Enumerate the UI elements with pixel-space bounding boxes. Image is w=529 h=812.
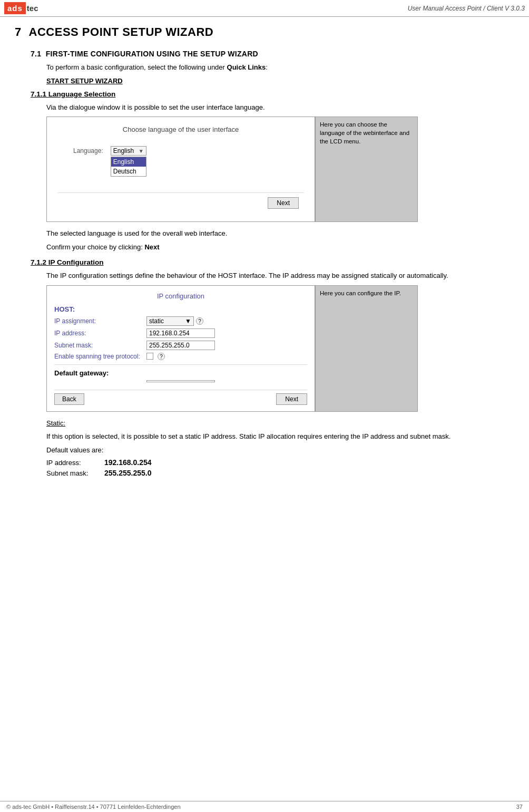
subnet-mask-data-row: Subnet mask: 255.255.255.0: [15, 469, 514, 477]
ip-assignment-label: IP assignment:: [54, 317, 146, 325]
ip-screenshot-area: IP configuration HOST: IP assignment: st…: [15, 285, 514, 412]
subnet-mask-label: Subnet mask:: [54, 342, 146, 349]
language-screenshot: Choose language of the user interface La…: [46, 117, 315, 222]
ip-assignment-row: IP assignment: static ▼ ?: [54, 316, 307, 326]
lang-screenshot-title: Choose language of the user interface: [57, 125, 304, 133]
logo-ads: ads: [4, 2, 26, 14]
manual-title: User Manual Access Point / Client V 3.0.…: [408, 5, 525, 12]
gateway-input-row: [54, 380, 307, 382]
intro-text: To perform a basic configuration, select…: [46, 63, 225, 71]
ip-address-row: IP address: 192.168.0.254: [54, 328, 307, 338]
static-description: If this option is selected, it is possib…: [15, 431, 514, 442]
footer-copyright: © ads-tec GmbH • Raiffeisenstr.14 • 7077…: [6, 804, 181, 810]
ip-divider: [54, 364, 307, 365]
ip-buttons-row: Back Next: [54, 390, 307, 405]
logo-tec: tec: [27, 4, 38, 13]
language-dropdown-area: English ▼ English Deutsch: [111, 146, 146, 177]
ip-screenshot: IP configuration HOST: IP assignment: st…: [46, 285, 315, 412]
gateway-input[interactable]: [146, 380, 215, 382]
subnet-mask-input[interactable]: 255.255.255.0: [146, 341, 215, 350]
ip-back-button[interactable]: Back: [54, 393, 84, 405]
lang-tooltip: Here you can choose the language of the …: [315, 117, 418, 222]
lang-selected-value: English: [113, 147, 134, 154]
ip-address-input[interactable]: 192.168.0.254: [146, 328, 215, 338]
next-bold: Next: [144, 243, 159, 251]
ip-next-button[interactable]: Next: [276, 393, 307, 405]
subnet-mask-row: Subnet mask: 255.255.255.0: [54, 341, 307, 350]
ip-address-data-label: IP address:: [46, 459, 104, 467]
language-select[interactable]: English ▼: [111, 146, 146, 156]
static-label: Static:: [46, 419, 65, 427]
section-7-1-title: 7.1 First-time Configuration using the S…: [15, 50, 514, 58]
page-number: 37: [516, 804, 523, 810]
chapter-number: 7: [15, 25, 22, 38]
spanning-tree-row: Enable spanning tree protocol: ?: [54, 353, 307, 360]
lang-next-row: Next: [57, 192, 304, 213]
page-footer: © ads-tec GmbH • Raiffeisenstr.14 • 7077…: [0, 801, 529, 812]
ip-address-label: IP address:: [54, 330, 146, 337]
intro-paragraph: To perform a basic configuration, select…: [15, 62, 514, 73]
page-header: ads tec User Manual Access Point / Clien…: [0, 0, 529, 17]
subsection-7-1-2-title: 7.1.2 IP Configuration: [31, 258, 514, 266]
ip-assignment-arrow-icon: ▼: [185, 317, 191, 325]
lang-option-deutsch[interactable]: Deutsch: [111, 167, 146, 176]
subnet-mask-data-value: 255.255.255.0: [104, 469, 152, 477]
subnet-mask-data-label: Subnet mask:: [46, 469, 104, 477]
language-screenshot-area: Choose language of the user interface La…: [15, 117, 514, 222]
quick-links-label: Quick Links: [227, 63, 266, 71]
lang-select-row: English ▼: [111, 146, 146, 156]
host-label: HOST:: [54, 305, 307, 313]
static-heading: Static:: [15, 418, 514, 429]
chapter-name: Access Point Setup Wizard: [29, 25, 214, 38]
lang-option-english[interactable]: English: [111, 157, 146, 167]
ip-tooltip: Here you can configure the IP.: [315, 285, 418, 412]
subsection-7-1-1-title: 7.1.1 Language Selection: [31, 90, 514, 98]
lang-description: Via the dialogue window it is possible t…: [15, 102, 514, 113]
spanning-tree-help-icon[interactable]: ?: [158, 353, 165, 360]
subsection-7-1-1-header: 7.1.1 Language Selection: [15, 90, 514, 98]
main-content: 7 Access Point Setup Wizard 7.1 First-ti…: [0, 17, 529, 500]
ip-assignment-value: static: [149, 317, 164, 325]
lang-after-text-2: Confirm your choice by clicking: Next: [15, 242, 514, 253]
default-values-label: Default values are:: [15, 445, 514, 456]
logo: ads tec: [4, 2, 38, 14]
ip-address-data-value: 192.168.0.254: [104, 458, 152, 467]
language-label: Language:: [73, 146, 103, 154]
lang-after-text-1: The selected language is used for the ov…: [15, 228, 514, 239]
language-dropdown-list: English Deutsch: [111, 157, 146, 177]
chapter-title: 7 Access Point Setup Wizard: [15, 25, 514, 39]
ip-description: The IP configuration settings define the…: [15, 270, 514, 281]
lang-next-button[interactable]: Next: [268, 197, 299, 209]
default-gateway-label: Default gateway:: [54, 369, 307, 377]
lang-row: Language: English ▼ English Deutsch: [57, 146, 304, 177]
subsection-7-1-2-header: 7.1.2 IP Configuration: [15, 258, 514, 266]
ip-screenshot-title: IP configuration: [54, 292, 307, 300]
spanning-tree-label: Enable spanning tree protocol:: [54, 353, 146, 360]
ip-assignment-select[interactable]: static ▼: [146, 316, 194, 326]
start-setup-wizard-label: Start Setup Wizard: [15, 77, 514, 85]
spanning-tree-checkbox[interactable]: [146, 353, 153, 360]
dropdown-arrow-icon: ▼: [139, 148, 144, 154]
ip-address-data-row: IP address: 192.168.0.254: [15, 458, 514, 467]
ip-assignment-help-icon[interactable]: ?: [196, 317, 203, 325]
